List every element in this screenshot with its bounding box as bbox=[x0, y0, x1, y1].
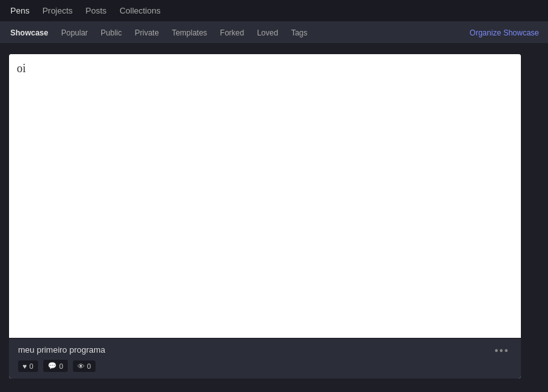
pen-preview[interactable]: oi bbox=[9, 54, 521, 338]
views-badge: 👁 0 bbox=[73, 360, 96, 372]
main-content: oi meu primeiro programa ♥ 0 💬 0 👁 bbox=[0, 44, 548, 389]
nav-collections[interactable]: Collections bbox=[118, 6, 162, 15]
pen-preview-text: oi bbox=[17, 62, 26, 75]
subnav-tags[interactable]: Tags bbox=[290, 28, 309, 37]
comments-count: 0 bbox=[59, 362, 63, 370]
heart-icon: ♥ bbox=[23, 362, 27, 370]
subnav-templates[interactable]: Templates bbox=[170, 28, 208, 37]
nav-pens[interactable]: Pens bbox=[9, 6, 31, 15]
subnav-showcase[interactable]: Showcase bbox=[9, 28, 50, 37]
pen-footer-left: meu primeiro programa ♥ 0 💬 0 👁 0 bbox=[18, 345, 105, 372]
top-nav: Pens Projects Posts Collections bbox=[0, 0, 548, 22]
pen-stats: ♥ 0 💬 0 👁 0 bbox=[18, 360, 105, 372]
pen-card: oi meu primeiro programa ♥ 0 💬 0 👁 bbox=[9, 54, 521, 378]
subnav-public[interactable]: Public bbox=[99, 28, 123, 37]
comment-icon: 💬 bbox=[48, 362, 57, 370]
subnav-private[interactable]: Private bbox=[134, 28, 160, 37]
subnav-loved[interactable]: Loved bbox=[256, 28, 279, 37]
likes-badge: ♥ 0 bbox=[18, 360, 38, 372]
pen-title: meu primeiro programa bbox=[18, 345, 105, 355]
subnav-forked[interactable]: Forked bbox=[219, 28, 245, 37]
more-options-button[interactable]: ••• bbox=[492, 345, 512, 357]
nav-projects[interactable]: Projects bbox=[41, 6, 74, 15]
organize-showcase-button[interactable]: Organize Showcase bbox=[470, 28, 539, 37]
sub-nav: Showcase Popular Public Private Template… bbox=[0, 22, 548, 44]
views-count: 0 bbox=[87, 362, 91, 370]
likes-count: 0 bbox=[30, 362, 34, 370]
eye-icon: 👁 bbox=[77, 362, 85, 370]
subnav-popular[interactable]: Popular bbox=[60, 28, 89, 37]
pen-footer: meu primeiro programa ♥ 0 💬 0 👁 0 bbox=[9, 338, 521, 378]
nav-posts[interactable]: Posts bbox=[85, 6, 108, 15]
comments-badge: 💬 0 bbox=[43, 360, 68, 372]
